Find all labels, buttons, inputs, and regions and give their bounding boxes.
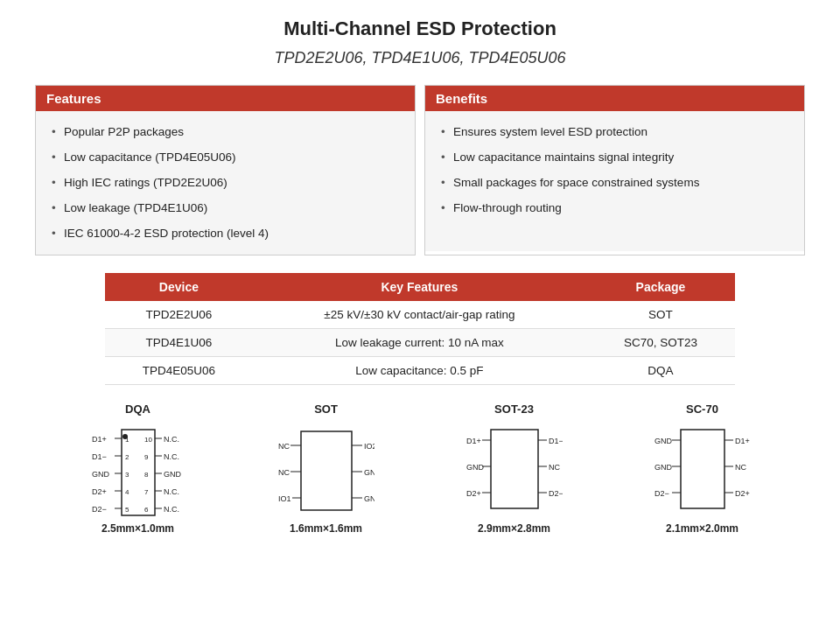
svg-text:6: 6	[144, 506, 149, 514]
cell-key-features: Low capacitance: 0.5 pF	[253, 357, 586, 385]
svg-text:4: 4	[125, 488, 130, 496]
list-item: Ensures system level ESD protection	[439, 120, 790, 145]
svg-text:GND: GND	[92, 470, 110, 479]
list-item: IEC 61000-4-2 ESD protection (level 4)	[50, 221, 401, 247]
benefits-column: Benefits Ensures system level ESD protec…	[424, 85, 805, 256]
svg-rect-38	[301, 431, 352, 510]
svg-text:D2−: D2−	[549, 489, 563, 498]
svg-text:2: 2	[125, 453, 130, 461]
package-sot23-size: 2.9mm×2.8mm	[478, 522, 550, 535]
list-item: High IEC ratings (TPD2E2U06)	[50, 171, 401, 196]
cell-key-features: Low leakage current: 10 nA max	[253, 329, 586, 357]
svg-text:NC: NC	[278, 442, 290, 451]
features-header: Features	[36, 86, 415, 111]
svg-text:5: 5	[125, 506, 130, 514]
svg-text:N.C.: N.C.	[164, 505, 179, 514]
cell-device: TPD4E05U06	[105, 357, 253, 385]
svg-point-31	[122, 434, 128, 439]
svg-text:D2−: D2−	[654, 489, 669, 498]
col-package: Package	[586, 273, 735, 301]
package-sc70-size: 2.1mm×2.0mm	[666, 522, 738, 535]
svg-text:D2+: D2+	[466, 489, 481, 498]
table-row: TPD2E2U06 ±25 kV/±30 kV contact/air-gap …	[105, 301, 735, 329]
cell-package: SC70, SOT23	[586, 329, 735, 357]
device-table: Device Key Features Package TPD2E2U06 ±2…	[105, 273, 735, 385]
package-dqa-size: 2.5mm×1.0mm	[102, 522, 174, 535]
dqa-diagram: D1+ D1− GND D2+ D2− 1 2 3 4 5	[90, 421, 186, 517]
svg-text:GND: GND	[364, 468, 374, 477]
svg-text:NC: NC	[735, 463, 746, 472]
cell-device: TPD4E1U06	[105, 329, 253, 357]
list-item: Small packages for space constrained sys…	[439, 171, 790, 196]
package-sot23-name: SOT-23	[494, 402, 534, 416]
svg-text:D1+: D1+	[735, 437, 750, 445]
features-column: Features Popular P2P packages Low capaci…	[35, 85, 416, 256]
package-dqa-name: DQA	[125, 402, 150, 416]
list-item: Low capacitance (TPD4E05U06)	[50, 145, 401, 171]
svg-text:IO1: IO1	[278, 494, 291, 503]
sot23-diagram: D1+ GND D2+ D1− NC D2−	[466, 421, 563, 517]
features-list: Popular P2P packages Low capacitance (TP…	[50, 120, 401, 246]
svg-text:GND: GND	[164, 470, 182, 479]
col-device: Device	[105, 273, 253, 301]
svg-text:N.C.: N.C.	[164, 435, 179, 444]
svg-text:GND: GND	[364, 494, 374, 503]
package-sot-size: 1.6mm×1.6mm	[290, 522, 362, 535]
svg-text:D1+: D1+	[466, 437, 481, 445]
svg-text:GND: GND	[654, 437, 673, 445]
svg-text:D1−: D1−	[549, 437, 563, 445]
cell-device: TPD2E2U06	[105, 301, 253, 329]
svg-rect-64	[681, 430, 724, 508]
svg-text:IO2: IO2	[364, 442, 374, 451]
svg-text:N.C.: N.C.	[164, 452, 179, 461]
packages-section: DQA D1+ D1− GND D2+ D2− 1 2 3 4	[35, 402, 805, 535]
package-sc70: SC-70 GND GND D2− D1+ NC D2+ 2.1mm×2.0mm	[654, 402, 751, 535]
package-sot23: SOT-23 D1+ GND D2+ D1− NC D2− 2.9mm×2.8m…	[466, 402, 563, 535]
svg-text:D2−: D2−	[92, 505, 107, 514]
sc70-diagram: GND GND D2− D1+ NC D2+	[654, 421, 751, 517]
benefits-header: Benefits	[425, 86, 804, 111]
svg-text:D1+: D1+	[92, 435, 107, 444]
table-row: TPD4E05U06 Low capacitance: 0.5 pF DQA	[105, 357, 735, 385]
list-item: Low leakage (TPD4E1U06)	[50, 196, 401, 221]
svg-text:D1−: D1−	[92, 452, 107, 461]
package-dqa: DQA D1+ D1− GND D2+ D2− 1 2 3 4	[90, 402, 186, 535]
cell-package: SOT	[586, 301, 735, 329]
svg-rect-51	[491, 430, 538, 508]
svg-text:N.C.: N.C.	[164, 487, 179, 496]
benefits-list: Ensures system level ESD protection Low …	[439, 120, 790, 221]
svg-text:NC: NC	[549, 463, 560, 472]
svg-text:D2+: D2+	[92, 487, 107, 496]
package-sot: SOT NC NC IO1 IO2 GND GND 1.6mm×1.6mm	[278, 402, 374, 535]
list-item: Low capacitance maintains signal integri…	[439, 145, 790, 171]
svg-text:NC: NC	[278, 468, 290, 477]
package-sot-name: SOT	[314, 402, 338, 416]
features-body: Popular P2P packages Low capacitance (TP…	[36, 111, 415, 255]
subtitle: TPD2E2U06, TPD4E1U06, TPD4E05U06	[35, 49, 805, 67]
table-header-row: Device Key Features Package	[105, 273, 735, 301]
package-sc70-name: SC-70	[686, 402, 718, 416]
svg-text:7: 7	[144, 488, 149, 496]
cell-package: DQA	[586, 357, 735, 385]
page-container: Multi-Channel ESD Protection TPD2E2U06, …	[0, 0, 840, 552]
table-row: TPD4E1U06 Low leakage current: 10 nA max…	[105, 329, 735, 357]
col-key-features: Key Features	[253, 273, 586, 301]
svg-text:3: 3	[125, 471, 130, 479]
svg-text:D2+: D2+	[735, 489, 750, 498]
list-item: Popular P2P packages	[50, 120, 401, 145]
features-benefits-section: Features Popular P2P packages Low capaci…	[35, 85, 805, 256]
svg-text:9: 9	[144, 453, 149, 461]
list-item: Flow-through routing	[439, 196, 790, 221]
sot-diagram: NC NC IO1 IO2 GND GND	[278, 421, 374, 517]
svg-text:GND: GND	[466, 463, 485, 472]
cell-key-features: ±25 kV/±30 kV contact/air-gap rating	[253, 301, 586, 329]
svg-text:GND: GND	[654, 463, 673, 472]
svg-text:10: 10	[144, 436, 152, 444]
svg-text:8: 8	[144, 471, 149, 479]
benefits-body: Ensures system level ESD protection Low …	[425, 111, 804, 251]
main-title: Multi-Channel ESD Protection	[35, 18, 805, 40]
